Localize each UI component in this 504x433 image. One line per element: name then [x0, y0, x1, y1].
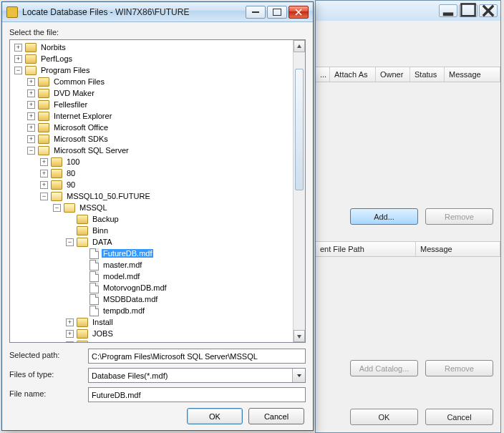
window-title: Locate Database Files - WIN7X86\FUTURE [22, 7, 246, 17]
tree-folder-install[interactable]: Install [91, 318, 115, 326]
file-name-label: File name: [9, 389, 88, 398]
folder-icon [77, 226, 88, 235]
tree-folder-data[interactable]: DATA [91, 238, 114, 246]
tree-folder-mssql[interactable]: MSSQL [78, 203, 109, 212]
selected-path-field[interactable] [88, 349, 306, 364]
folder-open-icon [51, 192, 62, 201]
close-button[interactable] [289, 6, 309, 19]
scroll-up-button[interactable] [294, 40, 305, 52]
bg-titlebar [316, 1, 500, 21]
expander-icon[interactable]: − [14, 67, 22, 74]
svg-marker-8 [297, 374, 301, 377]
tree-folder-program-files[interactable]: Program Files [39, 66, 91, 74]
folder-icon [51, 169, 62, 178]
tree-folder-mssql10-50-future[interactable]: MSSQL10_50.FUTURE [65, 192, 152, 200]
folder-icon [25, 54, 37, 64]
bg-add-catalog-button[interactable]: Add Catalog... [350, 360, 418, 376]
tree-folder-80[interactable]: 80 [65, 169, 77, 177]
folder-open-icon [64, 203, 75, 213]
expander-icon[interactable]: + [66, 318, 74, 326]
files-of-type-value[interactable] [88, 368, 306, 383]
bg-remove-button[interactable]: Remove [425, 208, 493, 225]
tree-folder-90[interactable]: 90 [65, 180, 77, 189]
folder-icon [25, 43, 37, 52]
bg-col-message2[interactable]: Message [416, 242, 500, 256]
expander-icon[interactable]: + [27, 124, 35, 132]
tree-file-model[interactable]: model.mdf [102, 272, 141, 281]
expander-icon[interactable]: + [40, 170, 48, 177]
expander-icon[interactable]: − [66, 238, 74, 246]
scroll-down-button[interactable] [294, 330, 305, 342]
tree-folder-ie[interactable]: Internet Explorer [52, 112, 113, 120]
tree-folder-100[interactable]: 100 [65, 157, 81, 166]
bg-add-button[interactable]: Add... [350, 208, 418, 225]
folder-icon [51, 180, 62, 190]
bg-col-status[interactable]: Status [410, 67, 445, 82]
folder-icon [38, 89, 49, 98]
bg-col-message[interactable]: Message [445, 67, 500, 82]
folder-open-icon [38, 146, 49, 155]
files-of-type-combo[interactable] [88, 368, 306, 383]
expander-icon[interactable]: + [40, 181, 48, 189]
bg-col-attach-as[interactable]: Attach As [330, 67, 376, 82]
tree-file-motorvogndb[interactable]: MotorvognDB.mdf [102, 283, 168, 292]
ok-button[interactable]: OK [187, 408, 243, 424]
tree-vertical-scrollbar[interactable] [293, 40, 305, 342]
mdf-file-icon [89, 271, 99, 282]
tree-folder-common-files[interactable]: Common Files [52, 77, 106, 86]
expander-icon[interactable]: + [66, 341, 74, 343]
bg-ok-button[interactable]: OK [350, 409, 418, 425]
bg-col-ellipsis[interactable]: ... [316, 67, 330, 82]
expander-icon[interactable]: + [66, 330, 74, 338]
minimize-button[interactable] [246, 6, 266, 19]
bg-cancel-button[interactable]: Cancel [425, 409, 493, 425]
file-tree[interactable]: +Norbits +PerfLogs −Program Files +Commo… [9, 39, 306, 343]
tree-folder-dvd-maker[interactable]: DVD Maker [52, 89, 96, 97]
expander-icon[interactable]: − [40, 193, 48, 200]
tree-folder-ms-office[interactable]: Microsoft Office [52, 123, 110, 132]
tree-folder-backup[interactable]: Backup [91, 215, 120, 223]
selected-path-label: Selected path: [9, 351, 88, 359]
tree-file-tempdb[interactable]: tempdb.mdf [102, 306, 146, 315]
expander-icon[interactable]: + [27, 135, 35, 143]
file-name-field[interactable] [88, 387, 306, 402]
svg-marker-6 [297, 44, 301, 48]
tree-folder-norbits[interactable]: Norbits [39, 43, 67, 52]
cancel-button[interactable]: Cancel [248, 408, 304, 424]
bg-col-filepath[interactable]: ent File Path [316, 242, 416, 256]
expander-icon[interactable]: + [27, 89, 35, 97]
maximize-button[interactable] [267, 6, 287, 19]
folder-icon [38, 112, 49, 121]
tree-folder-ms-sql-server[interactable]: Microsoft SQL Server [52, 146, 130, 155]
titlebar[interactable]: Locate Database Files - WIN7X86\FUTURE [2, 2, 313, 22]
bg-col-owner[interactable]: Owner [376, 67, 410, 82]
tree-file-master[interactable]: master.mdf [102, 261, 143, 269]
tree-folder-ms-sdks[interactable]: Microsoft SDKs [52, 135, 110, 143]
chevron-down-icon[interactable] [292, 369, 305, 382]
bg-minimize-button[interactable] [439, 4, 457, 17]
bg-close-button[interactable] [479, 4, 498, 17]
tree-folder-perflogs[interactable]: PerfLogs [39, 54, 74, 63]
bg-columns-top: ... Attach As Owner Status Message [316, 67, 500, 82]
expander-icon[interactable]: + [27, 112, 35, 120]
bg-maximize-button[interactable] [459, 4, 478, 17]
tree-folder-binn[interactable]: Binn [91, 226, 110, 235]
expander-icon[interactable]: + [27, 101, 35, 109]
expander-icon[interactable]: − [27, 147, 35, 155]
mdf-file-icon [89, 248, 99, 259]
expander-icon[interactable]: + [40, 158, 48, 166]
attach-db-dialog: ... Attach As Owner Status Message Add..… [315, 0, 501, 433]
tree-file-futuredb[interactable]: FutureDB.mdf [102, 249, 153, 258]
expander-icon[interactable]: − [53, 204, 61, 212]
tree-folder-jobs[interactable]: JOBS [91, 329, 115, 338]
folder-icon [77, 329, 88, 339]
tree-folder-fellesfiler[interactable]: Fellesfiler [52, 100, 89, 109]
expander-icon[interactable]: + [27, 78, 35, 86]
bg-remove-button-2[interactable]: Remove [425, 360, 493, 376]
tree-folder-log[interactable]: Log [91, 341, 107, 342]
expander-icon[interactable]: + [14, 44, 22, 52]
tree-file-msdbdata[interactable]: MSDBData.mdf [102, 295, 159, 303]
mdf-file-icon [89, 260, 99, 271]
scroll-thumb[interactable] [295, 69, 304, 190]
expander-icon[interactable]: + [14, 55, 22, 63]
